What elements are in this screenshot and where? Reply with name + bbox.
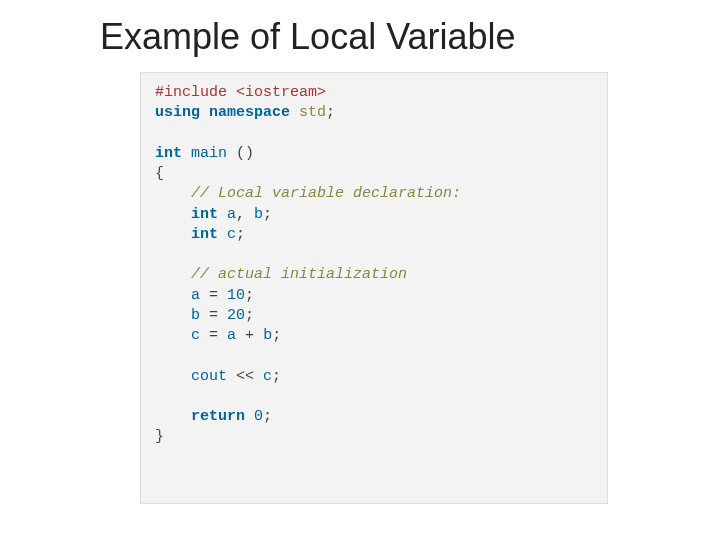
id-a: a	[227, 206, 236, 223]
id-std: std	[299, 104, 326, 121]
op-eq: =	[209, 307, 218, 324]
num-0: 0	[254, 408, 263, 425]
id-b: b	[191, 307, 200, 324]
op-eq: =	[209, 327, 218, 344]
op-plus: +	[245, 327, 254, 344]
punc-semi: ;	[236, 226, 245, 243]
punc-semi: ;	[326, 104, 335, 121]
num-10: 10	[227, 287, 245, 304]
id-b: b	[263, 327, 272, 344]
punc-semi: ;	[245, 287, 254, 304]
comment-decl: // Local variable declaration:	[191, 185, 461, 202]
paren-close: )	[245, 145, 254, 162]
kw-namespace: namespace	[209, 104, 290, 121]
punc-semi: ;	[263, 408, 272, 425]
kw-return: return	[191, 408, 245, 425]
op-ins: <<	[236, 368, 254, 385]
punc-semi: ;	[272, 327, 281, 344]
paren-open: (	[236, 145, 245, 162]
kw-int: int	[191, 206, 218, 223]
id-a: a	[191, 287, 200, 304]
id-cout: cout	[191, 368, 227, 385]
brace-open: {	[155, 165, 164, 182]
id-c: c	[227, 226, 236, 243]
comment-init: // actual initialization	[191, 266, 407, 283]
brace-close: }	[155, 428, 164, 445]
op-eq: =	[209, 287, 218, 304]
id-c: c	[191, 327, 200, 344]
kw-using: using	[155, 104, 200, 121]
id-a: a	[227, 327, 236, 344]
punc-comma: ,	[236, 206, 245, 223]
kw-int: int	[191, 226, 218, 243]
id-b: b	[254, 206, 263, 223]
code-block: #include <iostream> using namespace std;…	[140, 72, 608, 504]
punc-semi: ;	[245, 307, 254, 324]
include-target: <iostream>	[236, 84, 326, 101]
kw-int: int	[155, 145, 182, 162]
id-c: c	[263, 368, 272, 385]
punc-semi: ;	[263, 206, 272, 223]
preprocessor-include: #include	[155, 84, 227, 101]
num-20: 20	[227, 307, 245, 324]
slide-title: Example of Local Variable	[100, 16, 680, 58]
punc-semi: ;	[272, 368, 281, 385]
slide: Example of Local Variable #include <iost…	[0, 0, 720, 516]
id-main: main	[191, 145, 227, 162]
